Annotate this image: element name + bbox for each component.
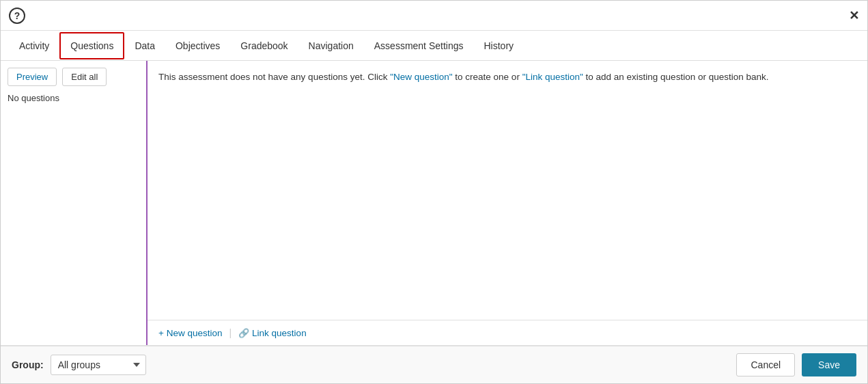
- main-content: Preview Edit all No questions This asses…: [1, 61, 867, 345]
- top-bar: ? ✕: [1, 1, 867, 31]
- group-label: Group:: [12, 359, 44, 370]
- sidebar: Preview Edit all No questions: [1, 61, 148, 345]
- edit-all-button[interactable]: Edit all: [62, 68, 107, 86]
- info-text-part2: to create one or: [453, 72, 522, 82]
- link-question-label: Link question: [252, 328, 307, 338]
- nav-tabs: Activity Questions Data Objectives Grade…: [1, 31, 867, 61]
- tab-history[interactable]: History: [474, 33, 524, 59]
- tab-data[interactable]: Data: [124, 33, 165, 59]
- bottom-actions: + New question | 🔗 Link question: [148, 320, 867, 345]
- group-select-area: Group: All groups: [12, 355, 146, 375]
- footer-actions: Cancel Save: [736, 353, 856, 376]
- separator: |: [229, 327, 232, 338]
- save-button[interactable]: Save: [802, 353, 856, 376]
- info-message: This assessment does not have any questi…: [148, 61, 867, 94]
- tab-navigation[interactable]: Navigation: [298, 33, 364, 59]
- cancel-button[interactable]: Cancel: [736, 353, 795, 376]
- link-question-button[interactable]: 🔗 Link question: [238, 328, 307, 338]
- group-select[interactable]: All groups: [51, 355, 146, 375]
- no-questions-label: No questions: [8, 92, 139, 105]
- preview-button[interactable]: Preview: [8, 68, 57, 86]
- info-new-question-link: "New question": [390, 72, 452, 82]
- info-link-question-link: "Link question": [522, 72, 583, 82]
- content-panel: This assessment does not have any questi…: [148, 61, 867, 345]
- close-icon[interactable]: ✕: [849, 8, 859, 23]
- new-question-label: + New question: [158, 328, 222, 338]
- content-body: [148, 94, 867, 320]
- new-question-button[interactable]: + New question: [158, 328, 222, 338]
- tab-activity[interactable]: Activity: [9, 33, 59, 59]
- tab-assessment-settings[interactable]: Assessment Settings: [364, 33, 474, 59]
- help-icon[interactable]: ?: [9, 8, 25, 24]
- footer-bar: Group: All groups Cancel Save: [1, 345, 867, 383]
- link-icon: 🔗: [238, 328, 249, 338]
- tab-questions[interactable]: Questions: [59, 32, 124, 59]
- info-text-part1: This assessment does not have any questi…: [158, 72, 390, 82]
- sidebar-buttons: Preview Edit all: [8, 68, 139, 86]
- tab-gradebook[interactable]: Gradebook: [230, 33, 298, 59]
- tab-objectives[interactable]: Objectives: [165, 33, 230, 59]
- info-text-part3: to add an existing question or question …: [583, 72, 769, 82]
